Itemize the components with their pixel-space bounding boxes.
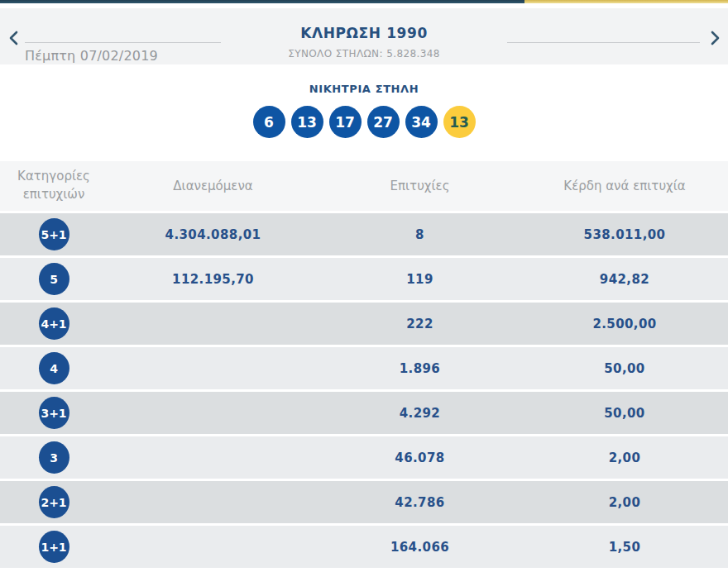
category-badge: 4+1: [39, 307, 69, 340]
table-row: 5+1 4.304.088,01 8 538.011,00: [0, 213, 728, 255]
chevron-left-icon: [9, 31, 18, 45]
draw-title: ΚΛΗΡΩΣΗ 1990: [288, 25, 440, 41]
dianemomena-value: 4.304.088,01: [108, 227, 318, 242]
draw-navigation-header: Πέμπτη 07/02/2019 ΚΛΗΡΩΣΗ 1990 ΣΥΝΟΛΟ ΣΤ…: [0, 8, 728, 64]
epityxies-value: 1.896: [318, 361, 521, 376]
epityxies-value: 46.078: [318, 450, 521, 465]
prev-draw-button[interactable]: [7, 30, 19, 46]
kerdos-value: 2.500,00: [521, 317, 728, 331]
epityxies-value: 164.066: [318, 540, 521, 555]
kerdos-value: 50,00: [521, 361, 728, 376]
kerdos-value: 2,00: [521, 450, 728, 465]
kerdos-value: 50,00: [521, 406, 728, 421]
kerdos-value: 2,00: [521, 495, 728, 510]
winning-number-ball: 6: [253, 106, 285, 138]
header-dianemomena: Διανεμόμενα: [108, 179, 318, 193]
timeline-track-left: [25, 42, 221, 43]
table-header-row: Κατηγορίες επιτυχιών Διανεμόμενα Επιτυχί…: [0, 161, 728, 211]
category-badge: 4: [39, 352, 69, 384]
winning-numbers-row: 6 13 17 27 34 13: [0, 106, 728, 138]
winning-number-ball: 17: [329, 106, 362, 138]
header-epityxies: Επιτυχίες: [318, 179, 521, 193]
chevron-right-icon: [711, 31, 720, 45]
draw-title-block: ΚΛΗΡΩΣΗ 1990 ΣΥΝΟΛΟ ΣΤΗΛΩΝ: 5.828.348: [288, 25, 440, 60]
epityxies-value: 42.786: [318, 495, 521, 510]
timeline-track-right: [507, 42, 700, 43]
table-row: 1+1 164.066 1,50: [0, 526, 728, 568]
header-kerdi: Κέρδη ανά επιτυχία: [521, 179, 728, 193]
category-badge: 3+1: [39, 397, 69, 429]
table-row: 2+1 42.786 2,00: [0, 481, 728, 523]
joker-number-ball: 13: [443, 106, 476, 138]
header-categories: Κατηγορίες επιτυχιών: [0, 168, 108, 204]
kerdos-value: 942,82: [521, 272, 728, 287]
draw-date: Πέμπτη 07/02/2019: [25, 48, 158, 64]
winning-number-ball: 27: [367, 106, 400, 138]
winning-column-label: ΝΙΚΗΤΡΙΑ ΣΤΗΛΗ: [0, 83, 728, 95]
kerdos-value: 1,50: [521, 540, 728, 555]
category-badge: 1+1: [39, 531, 69, 563]
prize-tiers-table: Κατηγορίες επιτυχιών Διανεμόμενα Επιτυχί…: [0, 161, 728, 568]
category-badge: 5: [39, 263, 69, 295]
kerdos-value: 538.011,00: [521, 227, 728, 242]
dianemomena-value: 112.195,70: [108, 272, 318, 287]
category-badge: 3: [39, 441, 69, 474]
top-progress-bar: [0, 0, 728, 3]
progress-elapsed-segment: [0, 0, 524, 3]
winning-number-ball: 34: [405, 106, 438, 138]
epityxies-value: 119: [318, 272, 521, 287]
winning-number-ball: 13: [291, 106, 323, 138]
category-badge: 2+1: [39, 486, 69, 518]
table-row: 4+1 222 2.500,00: [0, 303, 728, 345]
table-row: 5 112.195,70 119 942,82: [0, 258, 728, 300]
epityxies-value: 8: [318, 227, 521, 242]
epityxies-value: 4.292: [318, 406, 521, 421]
draw-total-columns: ΣΥΝΟΛΟ ΣΤΗΛΩΝ: 5.828.348: [288, 48, 440, 60]
epityxies-value: 222: [318, 317, 521, 331]
table-row: 3+1 4.292 50,00: [0, 392, 728, 434]
table-row: 3 46.078 2,00: [0, 436, 728, 479]
winning-column-section: ΝΙΚΗΤΡΙΑ ΣΤΗΛΗ 6 13 17 27 34 13: [0, 83, 728, 138]
category-badge: 5+1: [39, 218, 69, 250]
next-draw-button[interactable]: [709, 30, 721, 46]
table-row: 4 1.896 50,00: [0, 347, 728, 389]
progress-remaining-segment: [524, 0, 728, 3]
